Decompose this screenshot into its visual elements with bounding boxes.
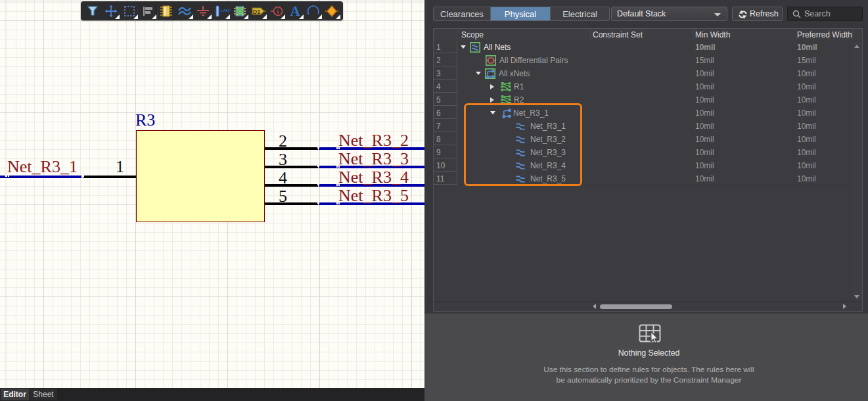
svg-text:A: A	[290, 3, 300, 19]
svg-text:D1: D1	[253, 9, 261, 15]
